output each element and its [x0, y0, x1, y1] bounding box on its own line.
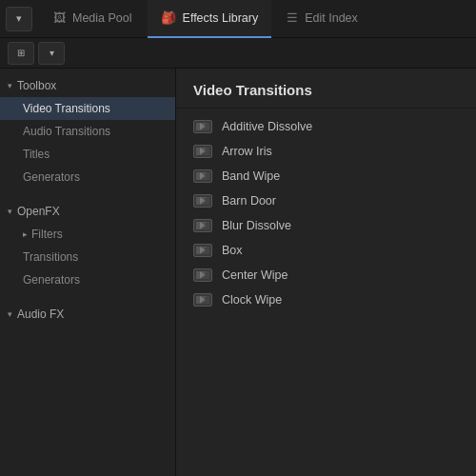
openfx-label: OpenFX	[17, 205, 60, 218]
clock-wipe-icon	[193, 293, 212, 307]
arrow-iris-label: Arrow Iris	[222, 145, 272, 158]
effect-item-additive-dissolve[interactable]: Additive Dissolve	[176, 114, 476, 139]
toolbox-chevron: ▾	[8, 81, 12, 90]
additive-dissolve-label: Additive Dissolve	[222, 120, 312, 133]
box-icon	[193, 244, 212, 257]
arrow-iris-icon	[193, 145, 212, 158]
toolbox-section: ▾ Toolbox Video Transitions Audio Transi…	[0, 69, 175, 194]
titles-label: Titles	[23, 148, 50, 161]
blur-dissolve-label: Blur Dissolve	[222, 219, 291, 232]
sidebar-item-transitions-openfx[interactable]: Transitions	[0, 246, 175, 268]
tab-effects-library[interactable]: 🎒 Effects Library	[148, 0, 272, 38]
grid-view-button[interactable]: ⊞	[8, 42, 34, 65]
sidebar-item-filters[interactable]: ▸ Filters	[0, 223, 175, 246]
video-transitions-label: Video Transitions	[23, 102, 110, 115]
sidebar-item-titles[interactable]: Titles	[0, 143, 175, 166]
tab-bar: ▾ 🖼 Media Pool 🎒 Effects Library ☰ Edit …	[0, 0, 476, 38]
secondary-dropdown[interactable]: ▾	[38, 42, 65, 65]
sidebar: ▾ Toolbox Video Transitions Audio Transi…	[0, 69, 176, 476]
barn-door-icon	[193, 194, 212, 208]
toolbox-header[interactable]: ▾ Toolbox	[0, 74, 175, 97]
main-content: ▾ Toolbox Video Transitions Audio Transi…	[0, 69, 476, 476]
secondary-toolbar: ⊞ ▾	[0, 38, 476, 69]
sidebar-item-audio-transitions[interactable]: Audio Transitions	[0, 120, 175, 143]
tab-edit-index-label: Edit Index	[305, 11, 358, 25]
panel-title: Video Transitions	[176, 69, 476, 109]
effect-item-box[interactable]: Box	[176, 238, 476, 263]
openfx-chevron: ▾	[8, 207, 12, 216]
right-panel: Video Transitions Additive Dissolve Arro…	[176, 69, 476, 476]
toolbox-label: Toolbox	[17, 79, 56, 92]
transitions-openfx-label: Transitions	[23, 250, 78, 264]
generators2-label: Generators	[23, 273, 80, 287]
tab-media-pool[interactable]: 🖼 Media Pool	[40, 0, 146, 38]
effect-list: Additive Dissolve Arrow Iris Band Wipe B…	[176, 109, 476, 318]
tab-edit-index[interactable]: ☰ Edit Index	[273, 0, 371, 38]
filters-chevron: ▸	[23, 229, 28, 239]
media-pool-icon: 🖼	[53, 10, 66, 25]
band-wipe-label: Band Wipe	[222, 169, 280, 183]
barn-door-label: Barn Door	[222, 194, 276, 208]
effects-library-icon: 🎒	[161, 10, 176, 25]
center-wipe-label: Center Wipe	[222, 268, 288, 282]
sidebar-item-video-transitions[interactable]: Video Transitions	[0, 97, 175, 120]
filters-label: Filters	[31, 228, 63, 241]
tab-effects-library-label: Effects Library	[183, 11, 259, 25]
openfx-header[interactable]: ▾ OpenFX	[0, 200, 175, 223]
sidebar-item-generators2[interactable]: Generators	[0, 268, 175, 291]
audio-transitions-label: Audio Transitions	[23, 125, 110, 138]
dropdown-icon: ▾	[16, 12, 22, 25]
app-container: ▾ 🖼 Media Pool 🎒 Effects Library ☰ Edit …	[0, 0, 476, 476]
workspace-dropdown[interactable]: ▾	[6, 7, 32, 31]
secondary-dropdown-icon: ▾	[50, 48, 54, 58]
effect-item-barn-door[interactable]: Barn Door	[176, 188, 476, 213]
center-wipe-icon	[193, 268, 212, 282]
additive-dissolve-icon	[193, 120, 212, 133]
openfx-section: ▾ OpenFX ▸ Filters Transitions Generator…	[0, 194, 175, 297]
audio-fx-header[interactable]: ▾ Audio FX	[0, 303, 175, 326]
effect-item-clock-wipe[interactable]: Clock Wipe	[176, 288, 476, 312]
effect-item-band-wipe[interactable]: Band Wipe	[176, 164, 476, 188]
box-label: Box	[222, 244, 243, 257]
audio-fx-section: ▾ Audio FX	[0, 297, 175, 331]
edit-index-icon: ☰	[287, 10, 298, 25]
generators-label: Generators	[23, 170, 80, 184]
sidebar-item-generators[interactable]: Generators	[0, 166, 175, 188]
audio-fx-label: Audio FX	[17, 307, 64, 321]
effect-item-center-wipe[interactable]: Center Wipe	[176, 263, 476, 288]
blur-dissolve-icon	[193, 219, 212, 232]
grid-icon: ⊞	[17, 48, 25, 58]
band-wipe-icon	[193, 169, 212, 183]
audio-fx-chevron: ▾	[8, 309, 12, 319]
effect-item-arrow-iris[interactable]: Arrow Iris	[176, 139, 476, 164]
clock-wipe-label: Clock Wipe	[222, 293, 282, 307]
tab-media-pool-label: Media Pool	[72, 11, 132, 25]
effect-item-blur-dissolve[interactable]: Blur Dissolve	[176, 213, 476, 238]
